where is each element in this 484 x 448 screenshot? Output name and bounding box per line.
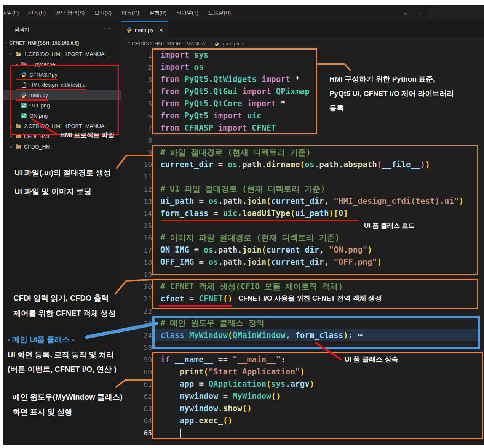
breadcrumb-file[interactable]: main.py: [221, 41, 239, 46]
code-line-65[interactable]: 65: [121, 427, 484, 439]
tree-item-cfrasp-py[interactable]: CFRASP.py: [3, 69, 121, 80]
workspace-root[interactable]: ›CFNET_HMI [SSH: 192.168.0.6]: [3, 38, 121, 48]
menu-item-5[interactable]: 이동(G): [117, 5, 144, 21]
code-line-23[interactable]: 23# 메인 윈도우 클래스 정의: [121, 317, 484, 329]
code-editor[interactable]: 1import sys2import os3from PyQt5.QtWidge…: [121, 49, 484, 439]
code-line-2[interactable]: 2import os: [121, 61, 484, 73]
menu-item-8[interactable]: 도움말(H): [203, 5, 236, 21]
code-line-63[interactable]: 63 mywindow.show(): [121, 402, 484, 414]
tab-main-py[interactable]: main.py ✕: [121, 21, 168, 38]
breadcrumb-symbol[interactable]: ...: [246, 41, 250, 46]
line-number[interactable]: 63: [121, 403, 152, 415]
line-number[interactable]: 4: [121, 86, 152, 98]
code-line-19[interactable]: 19: [121, 268, 484, 280]
code-line-59[interactable]: 59if __name__ == "__main__":: [121, 354, 484, 366]
menu-item-3[interactable]: 선택 영역(S): [51, 5, 89, 21]
line-number[interactable]: 62: [121, 390, 152, 403]
tree-item-2-cfdido-hmi-4port-manual[interactable]: ›2.CFDIDO_HMI_4PORT_MANUAL: [3, 121, 121, 131]
tree-item--pycache-[interactable]: ›__pycache__: [3, 59, 121, 69]
line-number[interactable]: 12: [121, 183, 152, 195]
code-line-13[interactable]: 13ui_path = os.path.join(current_dir, "H…: [121, 195, 484, 207]
line-number[interactable]: 23: [121, 317, 152, 330]
red-underline: [16, 99, 48, 101]
line-number[interactable]: 15: [121, 220, 152, 232]
tree-item-1-cfdido-hmi-1port-manual[interactable]: ›1.CFDIDO_HMI_1PORT_MANUAL: [3, 49, 121, 59]
code-line-60[interactable]: 60 print("Start Application"): [121, 366, 484, 378]
code-line-8[interactable]: 8: [121, 134, 484, 146]
tree-item-cfdi-hmi[interactable]: ›CFDI_HMI: [3, 131, 121, 141]
line-number[interactable]: 61: [121, 378, 152, 390]
code-line-18[interactable]: 18OFF_IMG = os.path.join(current_dir, "O…: [121, 256, 484, 268]
line-number[interactable]: 8: [121, 134, 152, 147]
code-line-11[interactable]: 11: [121, 171, 484, 183]
tree-item-label: CFDO_HMI: [24, 144, 52, 150]
code-line-20[interactable]: 20# CFNET 객체 생성(CFIO 모듈 제어로직 객체): [121, 280, 484, 293]
python-icon: [21, 92, 27, 98]
line-number[interactable]: 19: [121, 269, 152, 281]
code-line-17[interactable]: 17ON_IMG = os.path.join(current_dir, "ON…: [121, 244, 484, 256]
line-number[interactable]: 2: [121, 61, 152, 74]
code-line-9[interactable]: 9# 파일 절대경로 (현재 디렉토리 기준): [121, 146, 484, 158]
line-number[interactable]: 24: [121, 330, 152, 342]
code-line-24[interactable]: 24class MyWindow(QMainWindow, form_class…: [121, 329, 484, 341]
line-number[interactable]: 60: [121, 366, 152, 378]
line-number[interactable]: 11: [121, 171, 152, 183]
forward-arrow-icon[interactable]: →: [415, 5, 422, 21]
menu-item-6[interactable]: 실행(R): [144, 5, 172, 21]
tree-item-off-png[interactable]: OFF.png: [3, 100, 121, 110]
line-number[interactable]: 58: [121, 342, 152, 354]
code-line-10[interactable]: 10current_dir = os.path.dirname(os.path.…: [121, 158, 484, 171]
more-actions-icon[interactable]: ⋯: [104, 24, 110, 32]
red-underline: [16, 89, 86, 90]
line-number[interactable]: 65: [121, 427, 152, 439]
line-number[interactable]: 64: [121, 415, 152, 427]
code-line-62[interactable]: 62 mywindow = MyWindow(): [121, 390, 484, 402]
code-line-58[interactable]: 58: [121, 341, 484, 354]
back-arrow-icon[interactable]: ←: [403, 5, 410, 21]
code-line-12[interactable]: 12# UI 파일 절대경로 (현재 디렉토리 기준): [121, 183, 484, 195]
line-number[interactable]: 5: [121, 98, 152, 110]
close-icon[interactable]: ✕: [159, 27, 163, 33]
line-number[interactable]: 18: [121, 256, 152, 269]
code-line-6[interactable]: 6from PyQt5 import uic: [121, 110, 484, 122]
line-number[interactable]: 13: [121, 195, 152, 208]
line-number[interactable]: 21: [121, 293, 152, 305]
tree-item-hmi-design-cfdi-test-ui[interactable]: HMI_design_cfdi(test).ui: [3, 80, 121, 90]
menu-item-4[interactable]: 보기(V): [89, 5, 117, 21]
code-line-15[interactable]: 15: [121, 219, 484, 232]
line-number[interactable]: 14: [121, 208, 152, 220]
line-number[interactable]: 7: [121, 122, 152, 134]
tree-item-main-py[interactable]: main.py: [3, 90, 121, 100]
tree-item-on-png[interactable]: ON.png: [3, 110, 121, 121]
line-number[interactable]: 22: [121, 305, 152, 317]
code-line-64[interactable]: 64 app.exec_(): [121, 414, 484, 427]
breadcrumb-folder[interactable]: 1.CFDIDO_HMI_1PORT_MANUAL: [128, 41, 208, 46]
code-line-4[interactable]: 4from PyQt5.QtGui import QPixmap: [121, 85, 484, 98]
menu-item-2[interactable]: 편집(E): [24, 5, 51, 21]
line-number[interactable]: 10: [121, 159, 152, 171]
code-line-5[interactable]: 5from PyQt5.QtCore import *: [121, 98, 484, 110]
line-number[interactable]: 6: [121, 110, 152, 122]
code-line-21[interactable]: 21cfnet = CFNET(): [121, 293, 484, 305]
command-search-box[interactable]: [429, 8, 484, 18]
code-line-16[interactable]: 16# 이미지 파일 절대경로 (현재 디렉토리 기준): [121, 232, 484, 244]
code-line-14[interactable]: 14form_class = uic.loadUiType(ui_path)[0…: [121, 207, 484, 219]
code-line-22[interactable]: 22: [121, 305, 484, 317]
code-line-3[interactable]: 3from PyQt5.QtWidgets import *: [121, 73, 484, 85]
code-line-61[interactable]: 61 app = QApplication(sys.argv): [121, 378, 484, 390]
tree-item-cfdo-hmi[interactable]: ›CFDO_HMI: [3, 141, 121, 152]
tab-label: main.py: [135, 27, 153, 33]
code-line-1[interactable]: 1import sys: [121, 49, 484, 61]
line-number[interactable]: 1: [121, 49, 152, 61]
code-line-7[interactable]: 7from CFRASP import CFNET: [121, 122, 484, 134]
pyfolder-icon: [21, 61, 27, 67]
line-number[interactable]: 9: [121, 147, 152, 159]
line-number[interactable]: 17: [121, 244, 152, 256]
line-number[interactable]: 16: [121, 232, 152, 244]
menu-item-7[interactable]: 터미널(T): [171, 5, 203, 21]
menu-item-1[interactable]: 파일(F): [3, 5, 24, 21]
line-number[interactable]: 59: [121, 354, 152, 366]
line-number[interactable]: 20: [121, 281, 152, 293]
line-number[interactable]: 3: [121, 74, 152, 86]
chevron-right-icon: ›: [8, 144, 14, 150]
